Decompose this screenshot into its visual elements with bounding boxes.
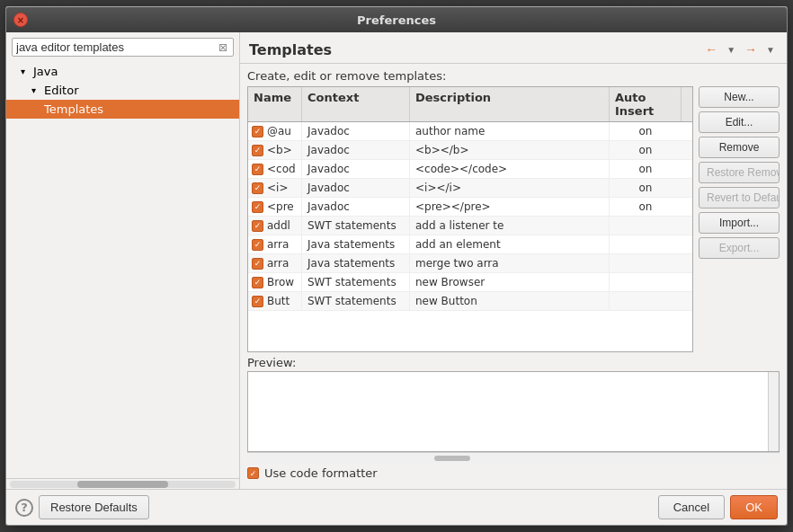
td-description: add a listener te xyxy=(410,217,610,235)
bottom-options: Use code formatter xyxy=(247,463,780,483)
new-button[interactable]: New... xyxy=(699,86,780,108)
checkbox[interactable] xyxy=(252,201,263,213)
dialog-title: Preferences xyxy=(35,13,758,27)
table-row[interactable]: addl SWT statements add a listener te xyxy=(248,217,692,235)
dialog: × Preferences ⊠ ▾ Java ▾ Editor Te xyxy=(5,6,788,526)
td-description: <i></i> xyxy=(410,179,610,197)
td-auto-insert: on xyxy=(610,160,682,178)
td-auto-insert xyxy=(610,242,682,247)
table-row[interactable]: arra Java statements merge two arra xyxy=(248,254,692,273)
ok-button[interactable]: OK xyxy=(730,495,778,519)
search-clear-icon[interactable]: ⊠ xyxy=(217,41,229,54)
sidebar-item-templates[interactable]: Templates xyxy=(6,100,239,119)
checkbox[interactable] xyxy=(252,258,263,270)
row-name: <pre xyxy=(267,200,294,213)
preview-label: Preview: xyxy=(247,356,780,369)
row-name: addl xyxy=(267,219,290,232)
td-auto-insert xyxy=(610,223,682,228)
sidebar-item-java[interactable]: ▾ Java xyxy=(6,62,239,81)
edit-button[interactable]: Edit... xyxy=(699,111,780,133)
td-description: <pre></pre> xyxy=(410,198,610,216)
table-row[interactable]: arra Java statements add an element xyxy=(248,235,692,254)
table-row[interactable]: @au Javadoc author name on xyxy=(248,122,692,141)
main-panel: Templates ← ▼ → ▼ Create, edit or remove… xyxy=(240,32,787,489)
table-row[interactable]: <pre Javadoc <pre></pre> on xyxy=(248,198,692,217)
close-button[interactable]: × xyxy=(13,13,28,27)
preview-scrollbar-v[interactable] xyxy=(768,372,779,451)
checkbox[interactable] xyxy=(252,126,263,137)
content-area: ⊠ ▾ Java ▾ Editor Templates xyxy=(6,32,787,489)
td-auto-insert xyxy=(610,279,682,285)
preview-scrollbar-h[interactable] xyxy=(247,452,780,463)
row-name: @au xyxy=(267,125,291,137)
footer: ? Restore Defaults Cancel OK xyxy=(6,489,787,525)
td-description: new Button xyxy=(410,292,610,310)
td-auto-insert: on xyxy=(610,122,682,140)
search-input[interactable] xyxy=(16,40,217,54)
td-context: SWT statements xyxy=(302,217,410,235)
titlebar: × Preferences xyxy=(6,7,787,32)
table-row[interactable]: <b> Javadoc <b></b> on xyxy=(248,141,692,160)
td-description: <code></code> xyxy=(410,160,610,178)
checkbox[interactable] xyxy=(252,220,263,232)
panel-body: Create, edit or remove templates: Name C… xyxy=(240,64,787,489)
table-row[interactable]: <cod Javadoc <code></code> on xyxy=(248,160,692,179)
td-context: SWT statements xyxy=(302,292,410,310)
table-row[interactable]: Brow SWT statements new Browser xyxy=(248,273,692,292)
table-body: @au Javadoc author name on <b> xyxy=(248,122,692,351)
templates-table: Name Context Description Auto Insert xyxy=(247,86,693,352)
td-context: Java statements xyxy=(302,254,410,272)
sidebar-item-editor[interactable]: ▾ Editor xyxy=(6,81,239,100)
checkbox[interactable] xyxy=(252,145,263,156)
revert-to-default-button[interactable]: Revert to Default xyxy=(699,187,780,208)
table-row[interactable]: <i> Javadoc <i></i> on xyxy=(248,179,692,198)
col-context[interactable]: Context xyxy=(302,87,410,121)
td-auto-insert: on xyxy=(610,179,682,197)
panel-header: Templates ← ▼ → ▼ xyxy=(240,32,787,64)
help-icon[interactable]: ? xyxy=(15,499,33,517)
table-row[interactable]: Butt SWT statements new Button xyxy=(248,292,692,311)
col-description[interactable]: Description xyxy=(410,87,610,121)
table-header: Name Context Description Auto Insert xyxy=(248,87,692,122)
search-box: ⊠ xyxy=(12,38,234,57)
restore-removed-button[interactable]: Restore Removed xyxy=(699,162,780,183)
preview-section: Preview: xyxy=(247,356,780,463)
arrow-icon: ▾ xyxy=(21,66,30,76)
row-name: arra xyxy=(267,238,289,251)
td-description: add an element xyxy=(410,235,610,253)
side-buttons: New... Edit... Remove Restore Removed Re… xyxy=(699,86,780,352)
panel-title: Templates xyxy=(249,41,332,58)
tree: ▾ Java ▾ Editor Templates xyxy=(6,62,239,478)
nav-back-dropdown[interactable]: ▼ xyxy=(724,42,738,58)
use-formatter-checkbox[interactable] xyxy=(247,467,259,479)
td-description: merge two arra xyxy=(410,254,610,272)
horizontal-scrollbar[interactable] xyxy=(10,481,236,488)
export-button[interactable]: Export... xyxy=(699,237,780,259)
sidebar-item-label: Editor xyxy=(44,84,78,97)
restore-defaults-button[interactable]: Restore Defaults xyxy=(39,495,149,519)
col-scroll xyxy=(682,87,692,121)
checkbox[interactable] xyxy=(252,277,263,288)
checkbox[interactable] xyxy=(252,296,263,307)
td-auto-insert xyxy=(610,298,682,304)
td-name: <cod xyxy=(248,160,302,178)
import-button[interactable]: Import... xyxy=(699,212,780,234)
create-label: Create, edit or remove templates: xyxy=(247,69,780,83)
td-context: Javadoc xyxy=(302,198,410,216)
remove-button[interactable]: Remove xyxy=(699,137,780,158)
checkbox[interactable] xyxy=(252,164,263,175)
nav-back-button[interactable]: ← xyxy=(700,40,722,59)
checkbox[interactable] xyxy=(252,182,263,194)
td-name: <b> xyxy=(248,141,302,159)
nav-forward-button[interactable]: → xyxy=(740,40,762,59)
cancel-button[interactable]: Cancel xyxy=(658,495,725,519)
td-auto-insert: on xyxy=(610,198,682,216)
col-name[interactable]: Name xyxy=(248,87,302,121)
row-name: Butt xyxy=(267,295,290,307)
checkbox[interactable] xyxy=(252,239,263,251)
row-name: arra xyxy=(267,257,289,270)
sidebar: ⊠ ▾ Java ▾ Editor Templates xyxy=(6,32,240,489)
col-auto-insert[interactable]: Auto Insert xyxy=(610,87,682,121)
nav-forward-dropdown[interactable]: ▼ xyxy=(763,42,778,58)
td-name: arra xyxy=(248,254,302,272)
